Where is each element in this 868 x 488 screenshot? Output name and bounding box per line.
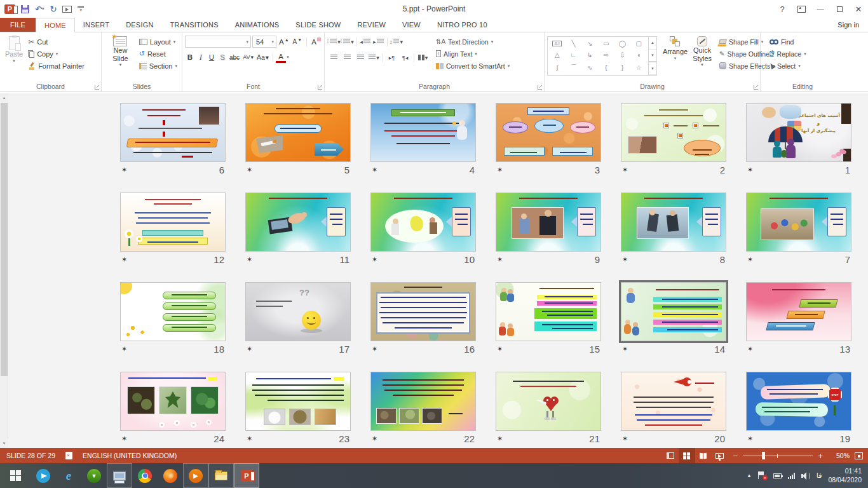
slide-thumbnail-3[interactable] [496, 103, 601, 162]
change-case-button[interactable]: Aa▾ [255, 51, 270, 63]
start-button[interactable] [0, 463, 31, 488]
slide-thumbnail-8[interactable] [621, 193, 726, 252]
taskbar-chrome[interactable] [132, 463, 158, 488]
volume-icon[interactable] [801, 472, 810, 480]
animation-star-icon[interactable]: ✶ [622, 345, 628, 353]
taskbar-firefox[interactable] [158, 463, 183, 488]
animation-star-icon[interactable]: ✶ [121, 166, 127, 174]
help-button[interactable]: ? [773, 0, 792, 18]
cut-button[interactable]: ✂Cut [25, 36, 87, 48]
animation-star-icon[interactable]: ✶ [372, 435, 377, 443]
tab-home[interactable]: HOME [36, 18, 75, 32]
slide-thumbnail-10[interactable] [370, 193, 476, 252]
character-spacing-button[interactable]: AV▾ [241, 51, 255, 63]
zoom-slider[interactable] [743, 451, 813, 460]
arrange-button[interactable]: Arrange▾ [660, 34, 690, 76]
taskbar-remote-desktop[interactable] [107, 463, 132, 488]
animation-star-icon[interactable]: ✶ [497, 435, 503, 443]
slide-thumbnail-11[interactable] [245, 193, 351, 252]
italic-button[interactable]: I [196, 51, 206, 63]
save-icon[interactable] [21, 3, 29, 15]
animation-star-icon[interactable]: ✶ [247, 435, 252, 443]
animation-star-icon[interactable]: ✶ [747, 166, 753, 174]
animation-star-icon[interactable]: ✶ [622, 255, 628, 264]
slide-thumbnail-17[interactable]: ?? [245, 282, 351, 341]
drawing-dialog-launcher[interactable] [754, 85, 758, 90]
tab-view[interactable]: VIEW [394, 18, 429, 32]
tab-slide-show[interactable]: SLIDE SHOW [287, 18, 349, 32]
taskbar-clock[interactable]: 01:4108/04/2020 [828, 467, 862, 484]
tab-nitro-pro-10[interactable]: NITRO PRO 10 [429, 18, 496, 32]
tab-review[interactable]: REVIEW [349, 18, 394, 32]
animation-star-icon[interactable]: ✶ [747, 255, 753, 264]
fit-to-window-button[interactable] [855, 452, 863, 459]
rtl-direction-button[interactable]: ¶◂ [398, 51, 412, 64]
undo-icon[interactable]: ↶▾ [35, 3, 44, 15]
copy-button[interactable]: Copy▾ [25, 48, 87, 60]
section-button[interactable]: Section▾ [137, 60, 180, 72]
zoom-in-button[interactable]: + [818, 451, 823, 461]
qat-customize-icon[interactable]: ▾ [78, 3, 84, 15]
tab-file[interactable]: FILE [0, 18, 36, 32]
animation-star-icon[interactable]: ✶ [372, 166, 377, 174]
font-color-button[interactable]: A [276, 51, 286, 63]
underline-button[interactable]: U [207, 51, 217, 63]
hidden-icons-arrow[interactable]: ▲ [747, 473, 752, 478]
tab-design[interactable]: DESIGN [118, 18, 161, 32]
sign-in-link[interactable]: Sign in [837, 18, 868, 32]
slide-thumbnail-9[interactable] [496, 193, 601, 252]
tab-transitions[interactable]: TRANSITIONS [162, 18, 227, 32]
redo-icon[interactable]: ↻ [50, 3, 57, 15]
action-center-icon[interactable]: ✕ [758, 471, 767, 480]
tab-insert[interactable]: INSERT [75, 18, 118, 32]
animation-star-icon[interactable]: ✶ [121, 345, 127, 353]
strikethrough-button[interactable]: abc [228, 51, 241, 63]
minimize-button[interactable]: — [811, 0, 830, 18]
replace-button[interactable]: abacReplace▾ [767, 48, 843, 60]
start-slideshow-icon[interactable] [62, 3, 72, 15]
slide-thumbnail-15[interactable] [496, 282, 601, 341]
animation-star-icon[interactable]: ✶ [747, 345, 753, 353]
tab-animations[interactable]: ANIMATIONS [227, 18, 288, 32]
slide-thumbnail-4[interactable] [370, 103, 476, 162]
bold-button[interactable]: B [185, 51, 195, 63]
select-button[interactable]: Select▾ [767, 60, 843, 72]
spellcheck-icon[interactable] [65, 452, 72, 459]
taskbar-internet-explorer[interactable]: e [56, 463, 81, 488]
slide-thumbnail-22[interactable] [370, 372, 476, 431]
slide-thumbnail-13[interactable] [746, 282, 851, 341]
justify-button[interactable]: ▾ [367, 51, 381, 64]
new-slide-button[interactable]: ✶ New Slide▾ [104, 34, 137, 83]
quick-styles-button[interactable]: Quick Styles▾ [690, 34, 714, 76]
slide-thumbnail-20[interactable] [621, 372, 726, 431]
slide-thumbnail-7[interactable] [746, 193, 851, 252]
bullets-button[interactable]: ▾ [327, 36, 341, 48]
slide-thumbnail-21[interactable] [496, 372, 601, 431]
zoom-percentage[interactable]: 50% [828, 452, 850, 459]
slide-thumbnail-16[interactable] [370, 282, 476, 341]
close-button[interactable]: ✕ [849, 0, 868, 18]
animation-star-icon[interactable]: ✶ [121, 255, 127, 264]
zoom-out-button[interactable]: − [733, 451, 738, 461]
format-painter-button[interactable]: Format Painter [25, 60, 87, 72]
scroll-up-arrow[interactable]: ▲ [0, 93, 8, 102]
animation-star-icon[interactable]: ✶ [372, 345, 377, 353]
restore-button[interactable] [830, 0, 849, 18]
slide-thumbnail-14[interactable] [621, 282, 726, 341]
animation-star-icon[interactable]: ✶ [247, 255, 252, 264]
slide-thumbnail-6[interactable] [120, 103, 226, 162]
scrollbar-thumb[interactable] [1, 103, 8, 376]
taskbar-file-explorer[interactable] [208, 463, 234, 488]
slideshow-view-button[interactable] [712, 448, 728, 463]
reset-button[interactable]: ↺Reset [137, 48, 180, 60]
vertical-scrollbar[interactable]: ▲ ▼ [0, 93, 8, 448]
slide-thumbnail-1[interactable]: آسیب های اجتماعی و پیشگیری از آنها [746, 103, 851, 162]
slide-thumbnail-12[interactable] [120, 193, 226, 252]
slide-sorter-view-button[interactable] [679, 448, 695, 463]
clipboard-dialog-launcher[interactable] [95, 85, 99, 90]
animation-star-icon[interactable]: ✶ [121, 435, 127, 443]
paragraph-dialog-launcher[interactable] [538, 85, 542, 90]
slide-thumbnail-18[interactable] [120, 282, 226, 341]
shrink-font-button[interactable]: A▼ [292, 36, 304, 48]
reading-view-button[interactable] [695, 448, 712, 463]
